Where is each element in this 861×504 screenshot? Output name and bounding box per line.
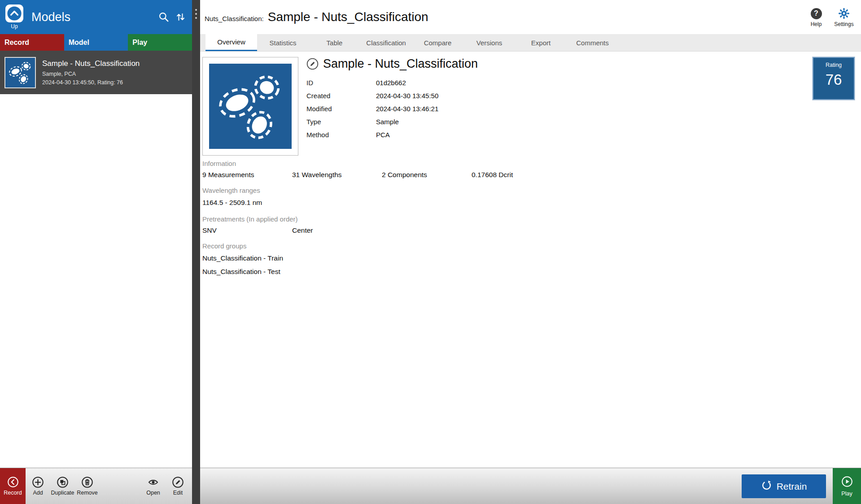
remove-button[interactable]: Remove (75, 468, 100, 504)
record-item-meta: 2024-04-30 13:45:50, Rating: 76 (42, 79, 140, 86)
search-icon[interactable] (158, 11, 170, 23)
rating-badge: Rating 76 (813, 57, 855, 100)
edit-button[interactable]: Edit (166, 468, 190, 504)
page-title: Sample - Nuts_Classification (268, 10, 428, 24)
pretreatment-item: SNV (202, 225, 292, 236)
circle-back-icon (7, 476, 19, 488)
field-value: 2024-04-30 13:45:50 (376, 92, 438, 100)
settings-label: Settings (834, 21, 853, 27)
record-mode-label: Record (4, 490, 22, 496)
record-list-item-selected[interactable]: Sample - Nuts_Classification Sample, PCA… (0, 51, 192, 94)
dcrit-value: 0.17608 Dcrit (472, 169, 561, 181)
record-group-item: Nuts_Classification - Test (202, 265, 850, 278)
retrain-label: Retrain (777, 481, 807, 492)
action-bar: Retrain Play (200, 468, 861, 504)
main-panel: Nuts_Classification: Sample - Nuts_Class… (200, 0, 861, 504)
wavelength-ranges-heading: Wavelength ranges (202, 187, 850, 194)
pencil-circle-icon (172, 476, 184, 488)
retrain-button[interactable]: Retrain (742, 474, 826, 498)
model-title: Sample - Nuts_Classification (323, 57, 478, 71)
open-button[interactable]: Open (141, 468, 166, 504)
add-button[interactable]: Add (26, 468, 50, 504)
model-thumbnail (202, 57, 298, 156)
play-circle-icon (841, 476, 853, 489)
tab-versions[interactable]: Versions (463, 34, 515, 51)
drag-handle-icon (195, 9, 197, 19)
record-item-subtitle: Sample, PCA (42, 71, 140, 77)
tab-statistics[interactable]: Statistics (257, 34, 309, 51)
field-label: Method (306, 131, 376, 139)
play-button[interactable]: Play (833, 468, 861, 504)
field-value: Sample (376, 118, 399, 126)
help-button[interactable]: ? Help (804, 7, 828, 27)
field-row-method: Method PCA (306, 128, 478, 141)
sidebar-tab-play[interactable]: Play (128, 34, 192, 51)
sidebar: Up Models Record Model Play (0, 0, 192, 504)
open-label: Open (146, 490, 160, 496)
tab-compare[interactable]: Compare (412, 34, 463, 51)
field-row-modified: Modified 2024-04-30 13:46:21 (306, 102, 478, 115)
record-group-item: Nuts_Classification - Train (202, 252, 850, 265)
record-groups-heading: Record groups (202, 242, 850, 250)
field-label: Created (306, 92, 376, 100)
field-row-created: Created 2024-04-30 13:45:50 (306, 89, 478, 102)
tab-export[interactable]: Export (515, 34, 567, 51)
sidebar-title: Models (31, 10, 158, 24)
main-header: Nuts_Classification: Sample - Nuts_Class… (200, 0, 861, 34)
information-row: 9 Measurements 31 Wavelengths 2 Componen… (202, 169, 850, 181)
record-mode-button[interactable]: Record (0, 468, 26, 504)
pretreatment-item: Center (292, 225, 382, 236)
trash-icon (81, 476, 93, 488)
play-label: Play (841, 491, 852, 497)
tab-overview[interactable]: Overview (205, 34, 257, 51)
duplicate-label: Duplicate (51, 490, 74, 496)
field-label: Type (306, 118, 376, 126)
components-value: 2 Components (382, 169, 472, 181)
nuts-thumbnail-icon (4, 57, 36, 88)
duplicate-icon (57, 476, 69, 488)
overview-sections: Information 9 Measurements 31 Wavelength… (202, 160, 850, 278)
field-row-type: Type Sample (306, 115, 478, 128)
field-row-id: ID 01d2b662 (306, 76, 478, 89)
gear-icon (832, 7, 856, 20)
help-label: Help (811, 21, 822, 27)
sidebar-tab-model[interactable]: Model (64, 34, 128, 51)
retrain-refresh-icon (761, 480, 772, 493)
sidebar-header: Up Models (0, 0, 192, 34)
main-tab-bar: Overview Statistics Table Classification… (200, 34, 861, 52)
tab-comments[interactable]: Comments (567, 34, 618, 51)
field-value: PCA (376, 131, 390, 139)
panel-splitter[interactable] (192, 0, 200, 504)
rating-value: 76 (813, 71, 854, 88)
model-fields: ID 01d2b662 Created 2024-04-30 13:45:50 … (306, 76, 478, 141)
edit-label: Edit (173, 490, 183, 496)
sort-icon[interactable] (175, 11, 186, 23)
field-value: 01d2b662 (376, 79, 406, 87)
tab-table[interactable]: Table (309, 34, 360, 51)
settings-button[interactable]: Settings (832, 7, 856, 27)
up-button[interactable]: Up (3, 4, 26, 30)
measurements-value: 9 Measurements (202, 169, 292, 181)
sidebar-tab-record[interactable]: Record (0, 34, 64, 51)
add-label: Add (33, 490, 43, 496)
field-value: 2024-04-30 13:46:21 (376, 105, 438, 113)
app-window: Up Models Record Model Play (0, 0, 861, 504)
chevron-up-circle-icon (5, 4, 23, 22)
sidebar-tab-bar: Record Model Play (0, 34, 192, 51)
wavelengths-value: 31 Wavelengths (292, 169, 382, 181)
sidebar-toolbar: Record Add Duplicate Remove (0, 468, 192, 504)
edit-title-icon[interactable] (306, 58, 319, 70)
record-list: Sample - Nuts_Classification Sample, PCA… (0, 51, 192, 468)
field-label: Modified (306, 105, 376, 113)
breadcrumb: Nuts_Classification: Sample - Nuts_Class… (205, 10, 428, 24)
pretreatments-row: SNV Center (202, 225, 850, 236)
duplicate-button[interactable]: Duplicate (50, 468, 75, 504)
wavelength-range-value: 1164.5 - 2509.1 nm (202, 196, 850, 209)
remove-label: Remove (77, 490, 98, 496)
information-heading: Information (202, 160, 850, 167)
overview-content: Sample - Nuts_Classification ID 01d2b662… (200, 52, 861, 468)
context-label: Nuts_Classification: (205, 15, 264, 22)
tab-classification[interactable]: Classification (360, 34, 412, 51)
record-item-title: Sample - Nuts_Classification (42, 59, 140, 68)
help-icon: ? (811, 8, 822, 19)
